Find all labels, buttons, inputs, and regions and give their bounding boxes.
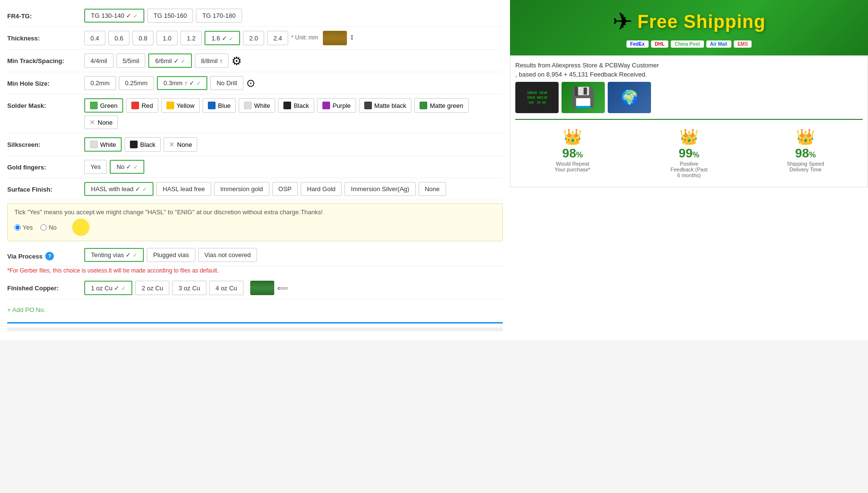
soldermask-row: Solder Mask: Green Red Yellow Blue White bbox=[7, 94, 503, 133]
fedex-logo: FedEx bbox=[626, 40, 649, 48]
hole-0.25[interactable]: 0.25mm bbox=[119, 76, 154, 90]
mask-purple[interactable]: Purple bbox=[317, 98, 356, 113]
thickness-1.0[interactable]: 1.0 bbox=[156, 31, 178, 45]
mask-black[interactable]: Black bbox=[278, 98, 314, 113]
finish-osp[interactable]: OSP bbox=[272, 182, 298, 196]
silk-black[interactable]: Black bbox=[125, 137, 161, 152]
copper-3oz[interactable]: 3 oz Cu bbox=[172, 281, 206, 295]
red-dot bbox=[131, 102, 139, 109]
hole-0.2[interactable]: 0.2mm bbox=[84, 76, 116, 90]
finish-hasl-lead[interactable]: HASL with lead ✓ bbox=[84, 182, 153, 196]
hasl-notice: Tick "Yes" means you accept we might cha… bbox=[7, 203, 503, 241]
mask-white[interactable]: White bbox=[239, 98, 275, 113]
percent-0: 98% bbox=[562, 146, 583, 161]
hole-nodrill[interactable]: No Drill bbox=[210, 76, 243, 90]
feedback-card-0: 👑 98% Would Repeat Your purchase* bbox=[550, 125, 595, 181]
silk-white[interactable]: White bbox=[84, 137, 122, 152]
bottom-placeholder bbox=[7, 327, 503, 331]
mask-red-label: Red bbox=[141, 102, 153, 109]
mask-matte-green[interactable]: Matte green bbox=[414, 98, 468, 113]
thickness-0.6[interactable]: 0.6 bbox=[108, 31, 129, 45]
mask-green[interactable]: Green bbox=[84, 98, 123, 113]
free-shipping-text-group: Free Shipping bbox=[638, 12, 766, 32]
fr4-option-2[interactable]: TG 170-180 bbox=[196, 9, 242, 23]
feedback-subtitle-text: , based on 8,954 + 45,131 Feedback Recei… bbox=[515, 71, 647, 78]
soldermask-label: Solder Mask: bbox=[7, 98, 84, 109]
silk-none-icon: ✕ bbox=[169, 141, 175, 148]
fr4-label: FR4-TG: bbox=[7, 9, 84, 20]
purple-dot bbox=[322, 102, 330, 109]
mintrack-8[interactable]: 8/8mil ↑ bbox=[195, 53, 229, 68]
preview-images-row: 10010 10101010 00110 100' 10 00 💾 🌍 bbox=[515, 82, 863, 113]
thickness-0.8[interactable]: 0.8 bbox=[132, 31, 153, 45]
copper-4oz[interactable]: 4 oz Cu bbox=[209, 281, 243, 295]
via-process-row: Via Process ? Tenting vias ✓ Plugged via… bbox=[7, 244, 503, 266]
copper-2oz[interactable]: 2 oz Cu bbox=[135, 281, 169, 295]
notice-text: Tick "Yes" means you accept we might cha… bbox=[14, 208, 323, 216]
fr4-row: FR4-TG: TG 130-140 ✓ TG 150-160 TG 170-1… bbox=[7, 5, 503, 27]
mask-blue[interactable]: Blue bbox=[203, 98, 236, 113]
via-process-label-group: Via Process ? bbox=[7, 248, 84, 260]
mask-matte-black[interactable]: Matte black bbox=[359, 98, 411, 113]
via-tenting[interactable]: Tenting vias ✓ bbox=[84, 248, 144, 262]
silkscreen-label: Silkscreen: bbox=[7, 137, 84, 148]
feedback-section: Results from Aliexpress Store & PCBWay C… bbox=[510, 55, 868, 187]
monitor-code: 10010 10101010 00110 bbox=[527, 91, 547, 101]
add-po-row: + Add PO No. bbox=[7, 299, 503, 320]
feedback-cards: 👑 98% Would Repeat Your purchase* 👑 99% … bbox=[515, 125, 863, 181]
goldfingers-label: Gold fingers: bbox=[7, 160, 84, 171]
finish-immersion-silver[interactable]: Immersion Silver(Ag) bbox=[345, 182, 415, 196]
shipping-logos-row: FedEx DHL China Post Air Mail EMS bbox=[518, 40, 860, 48]
mintrack-5[interactable]: 5/5mil bbox=[116, 53, 146, 68]
hole-0.3[interactable]: 0.3mm ↑ ✓ bbox=[157, 76, 207, 90]
mask-red[interactable]: Red bbox=[126, 98, 158, 113]
goldfinger-yes[interactable]: Yes bbox=[84, 160, 107, 174]
copper-1oz[interactable]: 1 oz Cu ✓ bbox=[84, 281, 132, 295]
goldfinger-no[interactable]: No ✓ bbox=[110, 160, 144, 174]
notice-yes-radio[interactable] bbox=[14, 224, 21, 231]
mintrack-6[interactable]: 6/6mil ✓ bbox=[148, 53, 191, 68]
thickness-0.4[interactable]: 0.4 bbox=[84, 31, 105, 45]
finish-hard-gold[interactable]: Hard Gold bbox=[301, 182, 342, 196]
silk-none[interactable]: ✕ None bbox=[164, 137, 197, 152]
mintrack-label: Min Track/Spacing: bbox=[7, 53, 84, 65]
finished-copper-row: Finished Copper: 1 oz Cu ✓ 2 oz Cu 3 oz … bbox=[7, 277, 503, 299]
thickness-1.2[interactable]: 1.2 bbox=[180, 31, 202, 45]
thickness-2.4[interactable]: 2.4 bbox=[267, 31, 288, 45]
mask-yellow[interactable]: Yellow bbox=[161, 98, 200, 113]
mintrack-4[interactable]: 4/4mil bbox=[84, 53, 114, 68]
thickness-2.0[interactable]: 2.0 bbox=[243, 31, 264, 45]
main-form: FR4-TG: TG 130-140 ✓ TG 150-160 TG 170-1… bbox=[0, 0, 510, 340]
thickness-1.6[interactable]: 1.6 ✓ bbox=[204, 31, 240, 45]
notice-radio-group: Yes No bbox=[14, 219, 496, 236]
add-po-link[interactable]: + Add PO No. bbox=[7, 303, 46, 316]
via-plugged[interactable]: Plugged vias bbox=[147, 248, 195, 262]
mask-none[interactable]: ✕ None bbox=[84, 116, 118, 129]
finish-none[interactable]: None bbox=[419, 182, 446, 196]
silk-white-label: White bbox=[100, 141, 116, 148]
crown-icon-1: 👑 bbox=[679, 128, 699, 146]
chip-image: 💾 bbox=[562, 82, 605, 113]
via-process-label: Via Process bbox=[7, 253, 42, 260]
via-process-help-icon[interactable]: ? bbox=[45, 252, 54, 260]
mintrack-options: 4/4mil 5/5mil 6/6mil ✓ 8/8mil ↑ ⚙ bbox=[84, 53, 503, 68]
white-dot bbox=[244, 102, 252, 109]
surfacefinish-label: Surface Finish: bbox=[7, 182, 84, 193]
silk-white-dot bbox=[90, 141, 98, 148]
airplane-icon: ✈ bbox=[613, 8, 633, 36]
notice-no-radio[interactable] bbox=[40, 224, 47, 231]
notice-no-label[interactable]: No bbox=[40, 219, 57, 236]
feedback-label-0: Would Repeat Your purchase* bbox=[553, 161, 592, 172]
mask-green-label: Green bbox=[100, 102, 117, 109]
fr4-option-1[interactable]: TG 150-160 bbox=[147, 9, 193, 23]
finish-immersion-gold[interactable]: Immersion gold bbox=[214, 182, 269, 196]
fr4-option-0[interactable]: TG 130-140 ✓ bbox=[84, 9, 144, 23]
silkscreen-row: Silkscreen: White Black ✕ None bbox=[7, 133, 503, 156]
notice-yes-label[interactable]: Yes bbox=[14, 219, 33, 236]
copper-pcb-icon bbox=[250, 281, 274, 295]
via-not-covered[interactable]: Vias not covered bbox=[198, 248, 257, 262]
via-note-text: *For Gerber files, this choice is useles… bbox=[7, 267, 219, 274]
notice-yes-text: Yes bbox=[23, 224, 33, 231]
finish-hasl-free[interactable]: HASL lead free bbox=[156, 182, 211, 196]
feedback-card-1: 👑 99% Positive Feedback (Past 6 months) bbox=[667, 125, 711, 181]
